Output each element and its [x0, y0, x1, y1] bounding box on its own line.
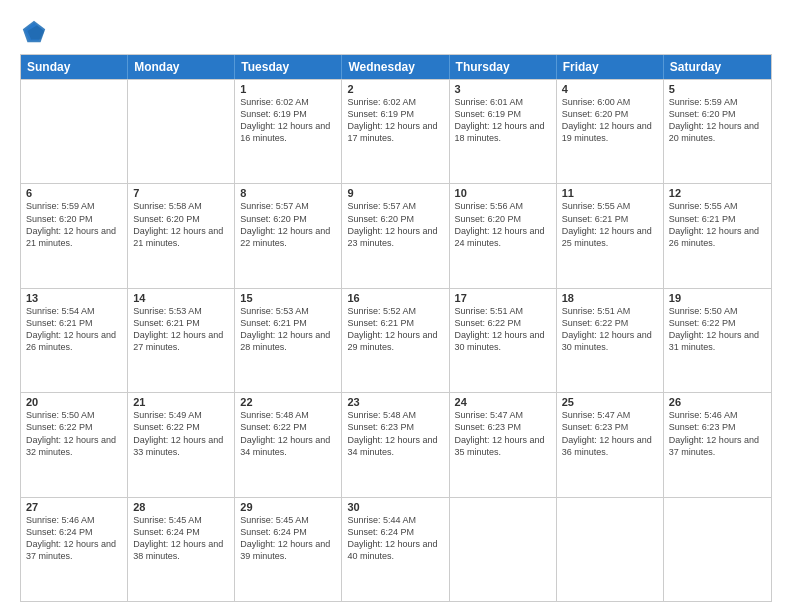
- cal-cell: 3Sunrise: 6:01 AMSunset: 6:19 PMDaylight…: [450, 80, 557, 183]
- cal-cell: 25Sunrise: 5:47 AMSunset: 6:23 PMDayligh…: [557, 393, 664, 496]
- cal-cell: 6Sunrise: 5:59 AMSunset: 6:20 PMDaylight…: [21, 184, 128, 287]
- day-number: 24: [455, 396, 551, 408]
- cal-cell: 23Sunrise: 5:48 AMSunset: 6:23 PMDayligh…: [342, 393, 449, 496]
- day-number: 25: [562, 396, 658, 408]
- day-number: 1: [240, 83, 336, 95]
- day-info: Sunrise: 5:48 AMSunset: 6:22 PMDaylight:…: [240, 409, 336, 458]
- day-info: Sunrise: 6:01 AMSunset: 6:19 PMDaylight:…: [455, 96, 551, 145]
- cal-cell: 21Sunrise: 5:49 AMSunset: 6:22 PMDayligh…: [128, 393, 235, 496]
- day-number: 5: [669, 83, 766, 95]
- cal-cell: 11Sunrise: 5:55 AMSunset: 6:21 PMDayligh…: [557, 184, 664, 287]
- day-number: 15: [240, 292, 336, 304]
- cal-cell: 26Sunrise: 5:46 AMSunset: 6:23 PMDayligh…: [664, 393, 771, 496]
- cal-cell: 8Sunrise: 5:57 AMSunset: 6:20 PMDaylight…: [235, 184, 342, 287]
- header-cell-wednesday: Wednesday: [342, 55, 449, 79]
- day-info: Sunrise: 5:47 AMSunset: 6:23 PMDaylight:…: [455, 409, 551, 458]
- day-number: 19: [669, 292, 766, 304]
- cal-cell: 4Sunrise: 6:00 AMSunset: 6:20 PMDaylight…: [557, 80, 664, 183]
- cal-cell: [128, 80, 235, 183]
- day-info: Sunrise: 6:02 AMSunset: 6:19 PMDaylight:…: [347, 96, 443, 145]
- calendar-body: 1Sunrise: 6:02 AMSunset: 6:19 PMDaylight…: [21, 79, 771, 601]
- cal-cell: 24Sunrise: 5:47 AMSunset: 6:23 PMDayligh…: [450, 393, 557, 496]
- cal-cell: 7Sunrise: 5:58 AMSunset: 6:20 PMDaylight…: [128, 184, 235, 287]
- calendar: SundayMondayTuesdayWednesdayThursdayFrid…: [20, 54, 772, 602]
- day-number: 29: [240, 501, 336, 513]
- day-number: 21: [133, 396, 229, 408]
- cal-cell: 17Sunrise: 5:51 AMSunset: 6:22 PMDayligh…: [450, 289, 557, 392]
- day-number: 23: [347, 396, 443, 408]
- day-info: Sunrise: 5:57 AMSunset: 6:20 PMDaylight:…: [240, 200, 336, 249]
- day-number: 6: [26, 187, 122, 199]
- day-number: 17: [455, 292, 551, 304]
- header: [20, 18, 772, 46]
- header-cell-thursday: Thursday: [450, 55, 557, 79]
- cal-cell: [21, 80, 128, 183]
- day-number: 9: [347, 187, 443, 199]
- cal-cell: 20Sunrise: 5:50 AMSunset: 6:22 PMDayligh…: [21, 393, 128, 496]
- cal-cell: 19Sunrise: 5:50 AMSunset: 6:22 PMDayligh…: [664, 289, 771, 392]
- day-info: Sunrise: 5:50 AMSunset: 6:22 PMDaylight:…: [26, 409, 122, 458]
- day-number: 16: [347, 292, 443, 304]
- day-info: Sunrise: 5:59 AMSunset: 6:20 PMDaylight:…: [26, 200, 122, 249]
- day-number: 13: [26, 292, 122, 304]
- header-cell-tuesday: Tuesday: [235, 55, 342, 79]
- day-info: Sunrise: 5:59 AMSunset: 6:20 PMDaylight:…: [669, 96, 766, 145]
- day-number: 27: [26, 501, 122, 513]
- cal-cell: 16Sunrise: 5:52 AMSunset: 6:21 PMDayligh…: [342, 289, 449, 392]
- week-row-3: 13Sunrise: 5:54 AMSunset: 6:21 PMDayligh…: [21, 288, 771, 392]
- cal-cell: 5Sunrise: 5:59 AMSunset: 6:20 PMDaylight…: [664, 80, 771, 183]
- calendar-header: SundayMondayTuesdayWednesdayThursdayFrid…: [21, 55, 771, 79]
- day-number: 20: [26, 396, 122, 408]
- cal-cell: 30Sunrise: 5:44 AMSunset: 6:24 PMDayligh…: [342, 498, 449, 601]
- cal-cell: 22Sunrise: 5:48 AMSunset: 6:22 PMDayligh…: [235, 393, 342, 496]
- page: SundayMondayTuesdayWednesdayThursdayFrid…: [0, 0, 792, 612]
- day-info: Sunrise: 5:45 AMSunset: 6:24 PMDaylight:…: [133, 514, 229, 563]
- day-number: 12: [669, 187, 766, 199]
- day-info: Sunrise: 5:51 AMSunset: 6:22 PMDaylight:…: [455, 305, 551, 354]
- day-number: 30: [347, 501, 443, 513]
- cal-cell: 10Sunrise: 5:56 AMSunset: 6:20 PMDayligh…: [450, 184, 557, 287]
- day-info: Sunrise: 5:46 AMSunset: 6:24 PMDaylight:…: [26, 514, 122, 563]
- day-info: Sunrise: 6:02 AMSunset: 6:19 PMDaylight:…: [240, 96, 336, 145]
- day-number: 4: [562, 83, 658, 95]
- header-cell-monday: Monday: [128, 55, 235, 79]
- cal-cell: 28Sunrise: 5:45 AMSunset: 6:24 PMDayligh…: [128, 498, 235, 601]
- day-info: Sunrise: 5:52 AMSunset: 6:21 PMDaylight:…: [347, 305, 443, 354]
- day-info: Sunrise: 5:55 AMSunset: 6:21 PMDaylight:…: [669, 200, 766, 249]
- day-number: 14: [133, 292, 229, 304]
- day-info: Sunrise: 5:53 AMSunset: 6:21 PMDaylight:…: [133, 305, 229, 354]
- week-row-1: 1Sunrise: 6:02 AMSunset: 6:19 PMDaylight…: [21, 79, 771, 183]
- day-number: 8: [240, 187, 336, 199]
- day-info: Sunrise: 5:49 AMSunset: 6:22 PMDaylight:…: [133, 409, 229, 458]
- week-row-2: 6Sunrise: 5:59 AMSunset: 6:20 PMDaylight…: [21, 183, 771, 287]
- header-cell-sunday: Sunday: [21, 55, 128, 79]
- day-info: Sunrise: 6:00 AMSunset: 6:20 PMDaylight:…: [562, 96, 658, 145]
- cal-cell: 18Sunrise: 5:51 AMSunset: 6:22 PMDayligh…: [557, 289, 664, 392]
- cal-cell: 13Sunrise: 5:54 AMSunset: 6:21 PMDayligh…: [21, 289, 128, 392]
- cal-cell: [664, 498, 771, 601]
- day-number: 2: [347, 83, 443, 95]
- day-info: Sunrise: 5:47 AMSunset: 6:23 PMDaylight:…: [562, 409, 658, 458]
- header-cell-saturday: Saturday: [664, 55, 771, 79]
- day-number: 22: [240, 396, 336, 408]
- cal-cell: 29Sunrise: 5:45 AMSunset: 6:24 PMDayligh…: [235, 498, 342, 601]
- day-info: Sunrise: 5:51 AMSunset: 6:22 PMDaylight:…: [562, 305, 658, 354]
- cal-cell: 1Sunrise: 6:02 AMSunset: 6:19 PMDaylight…: [235, 80, 342, 183]
- cal-cell: [450, 498, 557, 601]
- day-info: Sunrise: 5:46 AMSunset: 6:23 PMDaylight:…: [669, 409, 766, 458]
- day-info: Sunrise: 5:53 AMSunset: 6:21 PMDaylight:…: [240, 305, 336, 354]
- day-info: Sunrise: 5:44 AMSunset: 6:24 PMDaylight:…: [347, 514, 443, 563]
- day-info: Sunrise: 5:58 AMSunset: 6:20 PMDaylight:…: [133, 200, 229, 249]
- logo-icon: [20, 18, 48, 46]
- day-info: Sunrise: 5:56 AMSunset: 6:20 PMDaylight:…: [455, 200, 551, 249]
- cal-cell: 15Sunrise: 5:53 AMSunset: 6:21 PMDayligh…: [235, 289, 342, 392]
- cal-cell: 14Sunrise: 5:53 AMSunset: 6:21 PMDayligh…: [128, 289, 235, 392]
- week-row-5: 27Sunrise: 5:46 AMSunset: 6:24 PMDayligh…: [21, 497, 771, 601]
- day-number: 10: [455, 187, 551, 199]
- day-info: Sunrise: 5:57 AMSunset: 6:20 PMDaylight:…: [347, 200, 443, 249]
- day-number: 18: [562, 292, 658, 304]
- day-info: Sunrise: 5:54 AMSunset: 6:21 PMDaylight:…: [26, 305, 122, 354]
- day-number: 26: [669, 396, 766, 408]
- day-number: 28: [133, 501, 229, 513]
- day-info: Sunrise: 5:55 AMSunset: 6:21 PMDaylight:…: [562, 200, 658, 249]
